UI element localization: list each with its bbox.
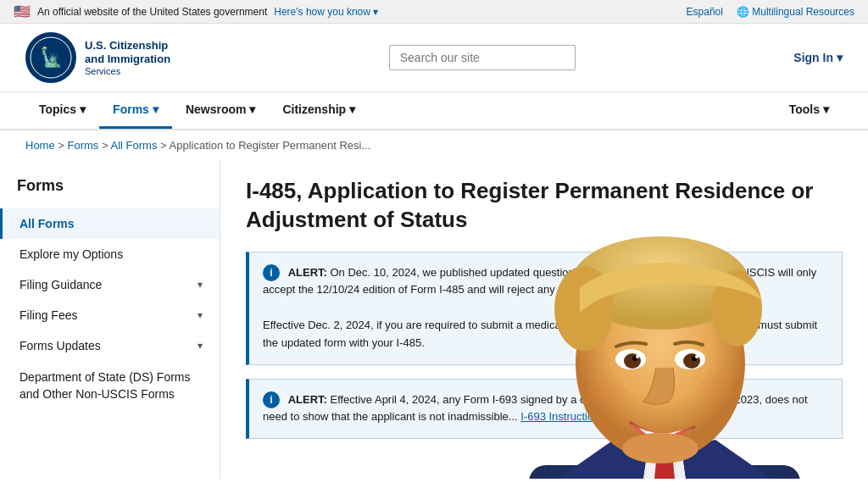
sidebar-item-filing-guidance[interactable]: Filing Guidance ▾: [0, 269, 220, 300]
sidebar-item-forms-updates[interactable]: Forms Updates ▾: [0, 330, 220, 361]
sidebar: Forms All Forms Explore my Options Filin…: [0, 160, 220, 479]
us-flag-icon: 🇺🇸: [14, 3, 31, 19]
chevron-down-icon: ▾: [198, 309, 203, 321]
gov-banner-left: 🇺🇸 An official website of the United Sta…: [14, 3, 378, 19]
logo-text: U.S. Citizenship and Immigration Service…: [85, 39, 170, 75]
breadcrumb-current: Application to Register Permanent Resi..…: [170, 139, 371, 152]
alert-box-2: i ALERT: Effective April 4, 2024, any Fo…: [246, 379, 843, 440]
uscis-logo: 🗽: [25, 32, 76, 83]
official-text: An official website of the United States…: [37, 6, 267, 18]
gov-banner-right: Español 🌐 Multilingual Resources: [687, 6, 854, 18]
chevron-down-icon: ▾: [198, 279, 203, 291]
sidebar-item-ds-forms[interactable]: Department of State (DS) Forms and Other…: [0, 361, 220, 411]
logo-line1: U.S. Citizenship: [85, 39, 170, 53]
search-area: [355, 45, 609, 70]
header-right: Sign In ▾: [793, 51, 843, 64]
sign-in-button[interactable]: Sign In ▾: [793, 51, 843, 64]
breadcrumb-all-forms[interactable]: All Forms: [111, 139, 158, 152]
multilingual-link[interactable]: 🌐 Multilingual Resources: [737, 6, 854, 18]
sidebar-item-all-forms[interactable]: All Forms: [0, 208, 220, 239]
search-input[interactable]: [389, 45, 576, 70]
policy-alert-link[interactable]: Policy Alert: [630, 410, 684, 423]
breadcrumb-home[interactable]: Home: [25, 139, 55, 152]
chevron-down-icon: ▾: [198, 340, 203, 352]
i693-instructions-link[interactable]: I-693 Instructions: [520, 410, 605, 423]
nav-tools[interactable]: Tools▾: [776, 92, 843, 129]
gov-banner: 🇺🇸 An official website of the United Sta…: [0, 0, 868, 24]
page-title: I-485, Application to Register Permanent…: [246, 177, 843, 235]
site-header: 🗽 U.S. Citizenship and Immigration Servi…: [0, 24, 868, 92]
sidebar-item-explore[interactable]: Explore my Options: [0, 239, 220, 269]
sign-in-arrow: ▾: [837, 51, 843, 64]
info-icon-2: i: [263, 391, 280, 408]
espanol-link[interactable]: Español: [687, 6, 723, 18]
sidebar-item-filing-fees[interactable]: Filing Fees ▾: [0, 300, 220, 330]
main-nav: Topics▾ Forms▾ Newsroom▾ Citizenship▾ To…: [0, 92, 868, 130]
nav-forms[interactable]: Forms▾: [99, 92, 172, 129]
logo-area: 🗽 U.S. Citizenship and Immigration Servi…: [25, 32, 170, 83]
logo-line3: Services: [85, 66, 170, 76]
alert1-bold: ALERT:: [288, 266, 327, 279]
breadcrumb: Home > Forms > All Forms > Application t…: [0, 130, 868, 160]
content-area: I-485, Application to Register Permanent…: [220, 160, 868, 479]
info-icon-1: i: [263, 264, 280, 281]
sidebar-title: Forms: [0, 177, 220, 208]
alert-box-1: i ALERT: On Dec. 10, 2024, we published …: [246, 252, 843, 365]
alert2-bold: ALERT:: [288, 393, 327, 406]
how-know-link[interactable]: Here's how you know ▾: [274, 6, 378, 18]
logo-line2: and Immigration: [85, 53, 170, 66]
globe-icon: 🌐: [737, 6, 749, 18]
nav-topics[interactable]: Topics▾: [25, 92, 99, 129]
svg-text:🗽: 🗽: [40, 46, 64, 69]
nav-citizenship[interactable]: Citizenship▾: [269, 92, 369, 129]
main-layout: Forms All Forms Explore my Options Filin…: [0, 160, 868, 479]
breadcrumb-forms[interactable]: Forms: [68, 139, 99, 152]
nav-newsroom[interactable]: Newsroom▾: [172, 92, 270, 129]
